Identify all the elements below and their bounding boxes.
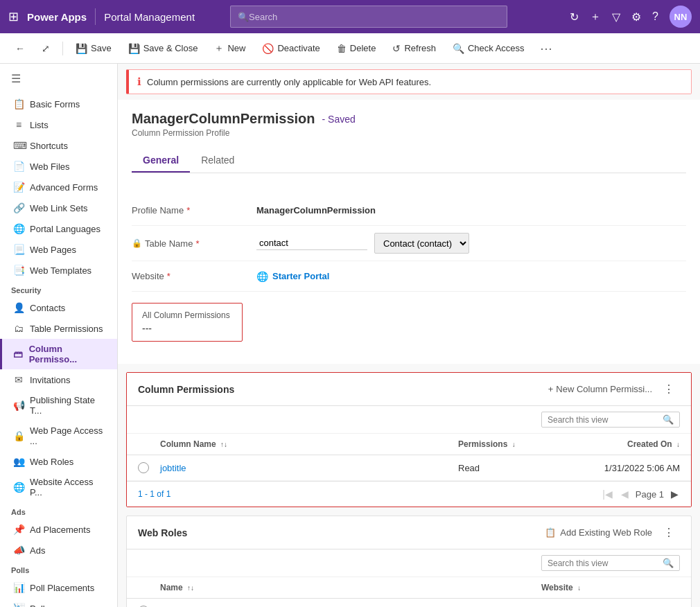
profile-name-label: Profile Name * — [132, 205, 256, 215]
lock-icon: 🔒 — [132, 238, 142, 248]
sidebar-item-publishing-state[interactable]: 📢 Publishing State T... — [0, 390, 117, 421]
form-subtitle: Column Permission Profile — [132, 128, 686, 138]
refresh-circle-icon[interactable]: ↻ — [570, 10, 579, 24]
add-icon[interactable]: ＋ — [590, 10, 601, 24]
sidebar-item-label: Web Page Access ... — [30, 425, 106, 446]
sidebar-item-portal-languages[interactable]: 🌐 Portal Languages — [0, 218, 117, 239]
refresh-button[interactable]: ↺ Refresh — [385, 40, 443, 57]
web-page-access-icon: 🔒 — [13, 430, 24, 441]
filter-icon[interactable]: ▽ — [612, 10, 620, 24]
col-perm-header[interactable]: Permissions ↓ — [458, 439, 555, 449]
save-close-button[interactable]: 💾 Save & Close — [121, 40, 205, 57]
web-roles-title: Web Roles — [138, 527, 539, 538]
form-header: ManagerColumnPermission - Saved Column P… — [118, 100, 700, 184]
sidebar-item-ad-placements[interactable]: 📌 Ad Placements — [0, 519, 117, 540]
sidebar-item-column-permissions[interactable]: 🗃 Column Permisso... — [0, 339, 117, 369]
more-options-icon[interactable]: ⋯ — [534, 38, 558, 59]
new-button[interactable]: ＋ New — [207, 39, 252, 58]
add-existing-web-role-button[interactable]: 📋 Add Existing Web Role — [539, 525, 658, 540]
required-marker-2: * — [195, 238, 199, 249]
sidebar-item-web-files[interactable]: 📄 Web Files — [0, 156, 117, 177]
new-col-plus-icon: + — [548, 384, 554, 394]
first-page-button[interactable]: |◀ — [601, 487, 614, 501]
web-role-row: ManagerWebRole Starter Portal — [127, 599, 691, 607]
table-name-input[interactable] — [256, 236, 367, 250]
sidebar-item-advanced-forms[interactable]: 📝 Advanced Forms — [0, 177, 117, 197]
apps-grid-icon[interactable]: ⊞ — [8, 9, 19, 24]
grid-search-input[interactable] — [548, 415, 658, 425]
add-web-role-icon: 📋 — [545, 527, 556, 538]
column-permissions-grid: Column Permissions + New Column Permissi… — [126, 372, 692, 507]
table-row: jobtitle Read 1/31/2022 5:06 AM — [127, 455, 691, 481]
tab-related[interactable]: Related — [190, 149, 245, 173]
ads-icon: 📣 — [13, 545, 24, 556]
row-checkbox[interactable] — [138, 462, 160, 473]
web-roles-search-input[interactable] — [548, 558, 658, 568]
all-col-perm-label: All Column Permissions — [142, 310, 232, 320]
grid-more-icon[interactable]: ⋮ — [658, 380, 680, 398]
col-name-header[interactable]: Column Name ↑↓ — [160, 439, 458, 449]
user-avatar[interactable]: NN — [670, 6, 692, 28]
app-name-label: Portal Management — [104, 11, 195, 23]
web-roles-more-icon[interactable]: ⋮ — [658, 523, 680, 542]
table-name-row: 🔒 Table Name * Contact (contact) — [132, 226, 686, 261]
sidebar-item-polls[interactable]: 📉 Polls — [0, 598, 117, 607]
grid-header: Column Permissions + New Column Permissi… — [127, 373, 691, 406]
back-icon: ← — [15, 43, 25, 54]
new-column-permission-button[interactable]: + New Column Permissi... — [543, 381, 658, 397]
global-search[interactable]: 🔍 — [230, 6, 507, 28]
sidebar-item-poll-placements[interactable]: 📊 Poll Placements — [0, 577, 117, 598]
website-row: Website * 🌐 Starter Portal — [132, 261, 686, 292]
back-button[interactable]: ← — [8, 40, 32, 57]
tab-general[interactable]: General — [132, 149, 190, 173]
security-section-label: Security — [0, 281, 117, 297]
deactivate-button[interactable]: 🚫 Deactivate — [255, 40, 326, 57]
invitations-icon: ✉ — [13, 374, 24, 385]
perm-sort-icon: ↓ — [512, 441, 516, 448]
grid-search-box[interactable]: 🔍 — [541, 412, 680, 428]
web-roles-toolbar: 🔍 — [127, 549, 691, 577]
all-column-permissions-box: All Column Permissions --- — [132, 303, 243, 342]
sidebar-item-contacts[interactable]: 👤 Contacts — [0, 297, 117, 318]
shortcuts-icon: ⌨ — [13, 140, 24, 151]
web-roles-search-box[interactable]: 🔍 — [541, 555, 680, 571]
row-permission: Read — [458, 463, 555, 473]
save-icon: 💾 — [76, 43, 87, 54]
sidebar-item-basic-forms[interactable]: 📋 Basic Forms — [0, 94, 117, 114]
name-sort-icon: ↑↓ — [220, 441, 227, 448]
sidebar-item-web-page-access[interactable]: 🔒 Web Page Access ... — [0, 421, 117, 451]
sidebar-item-website-access[interactable]: 🌐 Website Access P... — [0, 472, 117, 502]
table-name-select[interactable]: Contact (contact) — [374, 233, 469, 254]
sidebar-item-web-pages[interactable]: 📃 Web Pages — [0, 239, 117, 260]
delete-button[interactable]: 🗑 Delete — [330, 40, 383, 57]
restore-button[interactable]: ⤢ — [35, 40, 57, 57]
grid-footer: 1 - 1 of 1 |◀ ◀ Page 1 ▶ — [127, 481, 691, 507]
sidebar-item-web-templates[interactable]: 📑 Web Templates — [0, 260, 117, 281]
next-page-button[interactable]: ▶ — [670, 487, 680, 501]
alert-icon: ℹ — [137, 76, 141, 88]
search-icon: 🔍 — [238, 12, 249, 22]
web-roles-search-icon: 🔍 — [663, 558, 674, 568]
settings-icon[interactable]: ⚙ — [631, 10, 641, 24]
sidebar-item-lists[interactable]: ≡ Lists — [0, 114, 117, 135]
row-column-name[interactable]: jobtitle — [160, 463, 458, 473]
save-button[interactable]: 💾 Save — [69, 40, 119, 57]
sidebar-hamburger[interactable]: ☰ — [0, 64, 117, 94]
sidebar-item-label: Polls — [30, 604, 49, 608]
sidebar-item-label: Portal Languages — [30, 224, 100, 234]
help-icon[interactable]: ? — [652, 10, 658, 23]
sidebar-item-table-permissions[interactable]: 🗂 Table Permissions — [0, 318, 117, 339]
check-access-button[interactable]: 🔍 Check Access — [446, 40, 532, 57]
wr-col-website-header[interactable]: Website ↓ — [541, 583, 680, 592]
sidebar-item-invitations[interactable]: ✉ Invitations — [0, 369, 117, 390]
sidebar-item-ads[interactable]: 📣 Ads — [0, 540, 117, 561]
sidebar-item-web-roles[interactable]: 👥 Web Roles — [0, 451, 117, 472]
sidebar-item-shortcuts[interactable]: ⌨ Shortcuts — [0, 135, 117, 156]
wr-col-name-header[interactable]: Name ↑↓ — [160, 583, 541, 592]
search-input[interactable] — [249, 12, 500, 22]
form-tabs: General Related — [132, 149, 686, 173]
website-link[interactable]: 🌐 Starter Portal — [256, 271, 329, 282]
prev-page-button[interactable]: ◀ — [620, 487, 630, 501]
col-created-header[interactable]: Created On ↓ — [555, 439, 680, 449]
sidebar-item-web-link-sets[interactable]: 🔗 Web Link Sets — [0, 197, 117, 218]
